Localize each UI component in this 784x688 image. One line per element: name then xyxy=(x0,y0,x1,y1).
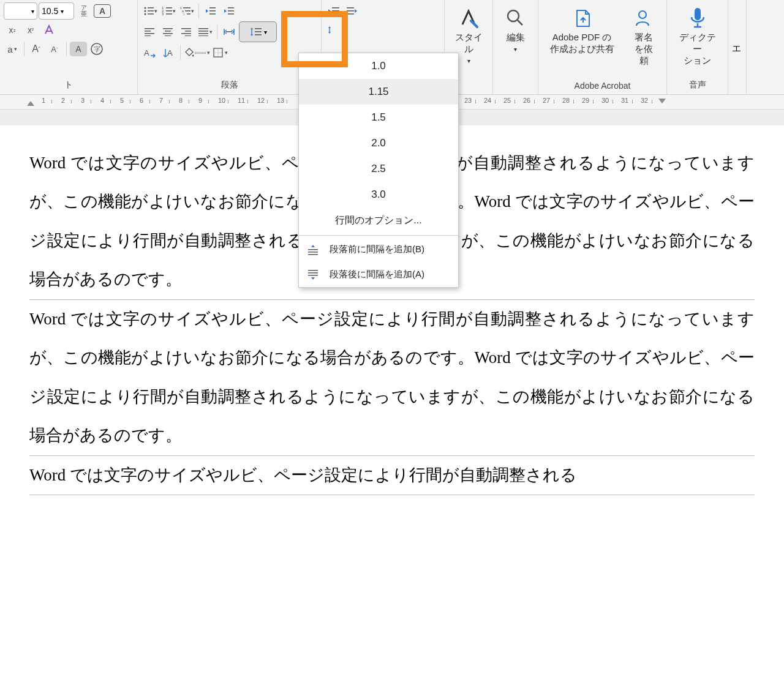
font-size-combo[interactable]: 10.5▾ xyxy=(39,2,74,20)
mic-icon xyxy=(687,6,708,31)
change-case-button[interactable]: a▾ xyxy=(4,40,21,58)
highlight-button[interactable]: A xyxy=(70,42,87,56)
borders-button[interactable]: ▾ xyxy=(211,44,228,61)
svg-rect-3 xyxy=(148,7,154,9)
numbering-icon: 123 xyxy=(162,6,173,16)
character-border-button[interactable]: A xyxy=(94,4,111,18)
voice-group: ディクテー ション 音声 xyxy=(667,0,728,94)
svg-text:A: A xyxy=(167,48,173,58)
inc-indent2-button[interactable] xyxy=(344,2,361,20)
svg-rect-44 xyxy=(255,28,262,29)
svg-point-6 xyxy=(144,13,146,15)
add-space-before-button[interactable]: 段落前に間隔を追加(B) xyxy=(299,237,458,262)
grow-font-button[interactable]: Aˆ xyxy=(28,40,45,58)
svg-rect-15 xyxy=(183,7,190,9)
svg-point-4 xyxy=(144,10,146,12)
justify-icon xyxy=(198,28,209,36)
sort-button[interactable] xyxy=(325,21,342,39)
align-left-button[interactable] xyxy=(141,23,159,40)
svg-text:3: 3 xyxy=(162,12,164,16)
editing-button[interactable]: 編集 ▾ xyxy=(497,5,534,53)
editing-label: 編集 xyxy=(507,32,525,43)
paragraph-3[interactable]: Word では文字のサイズやルビ、ページ設定により行間が自動調整される xyxy=(29,456,755,495)
distribute-button[interactable] xyxy=(221,23,238,40)
font-family-combo[interactable]: ▾ xyxy=(4,2,37,20)
paragraph-2[interactable]: Word では文字のサイズやルビ、ページ設定により行間が自動調整されるようになっ… xyxy=(29,300,755,456)
ltr-button[interactable]: A xyxy=(141,44,159,61)
svg-rect-38 xyxy=(198,28,208,29)
ruler-indent-marker-left[interactable] xyxy=(27,101,34,106)
svg-rect-13 xyxy=(166,13,172,15)
ltr-icon: A xyxy=(144,47,156,58)
search-icon xyxy=(505,8,526,29)
bullets-icon xyxy=(143,6,154,16)
font-group: ▾ 10.5▾ ア亜 A x₂ x² a▾ Aˆ Aˇ A 字 ト xyxy=(0,0,138,94)
svg-rect-31 xyxy=(165,31,171,32)
spacing-options-button[interactable]: 行間のオプション... xyxy=(299,208,458,234)
styles-label: スタイル xyxy=(453,32,484,55)
svg-rect-32 xyxy=(163,33,173,34)
svg-rect-28 xyxy=(145,33,154,34)
text-effects-icon xyxy=(42,23,56,37)
spacing-option-1.15[interactable]: 1.15 xyxy=(299,79,458,105)
line-spacing-button[interactable]: ▾ xyxy=(239,21,277,42)
svg-rect-30 xyxy=(163,28,173,29)
rtl-button[interactable]: A xyxy=(160,44,177,61)
svg-rect-17 xyxy=(185,10,190,12)
subscript-button[interactable]: x₂ xyxy=(4,21,21,39)
shrink-font-button[interactable]: Aˇ xyxy=(46,40,63,58)
shading-button[interactable]: ▾ xyxy=(184,44,210,61)
svg-rect-27 xyxy=(145,31,151,32)
svg-rect-50 xyxy=(332,7,339,9)
acrobat-group: Adobe PDF の 作成および共有 署名 を依頼 Adobe Acrobat xyxy=(538,0,667,94)
create-pdf-button[interactable]: Adobe PDF の 作成および共有 xyxy=(542,5,622,67)
enclose-characters-button[interactable]: 字 xyxy=(88,40,105,58)
align-right-button[interactable] xyxy=(178,23,195,40)
dec-indent2-button[interactable] xyxy=(325,2,342,20)
svg-rect-64 xyxy=(308,272,318,274)
inc-indent-icon xyxy=(224,6,235,16)
styles-icon xyxy=(458,7,480,29)
svg-rect-25 xyxy=(228,13,234,15)
dec-indent-icon xyxy=(205,6,216,16)
svg-point-57 xyxy=(508,10,519,21)
svg-text:i: i xyxy=(184,12,184,16)
pdf-share-icon xyxy=(571,7,593,30)
edge-group: エ xyxy=(728,0,747,94)
svg-rect-9 xyxy=(166,7,172,9)
svg-rect-29 xyxy=(145,36,151,36)
spacing-option-1.5[interactable]: 1.5 xyxy=(299,105,458,130)
numbering-button[interactable]: 123▾ xyxy=(160,2,177,20)
superscript-button[interactable]: x² xyxy=(22,21,39,39)
svg-rect-5 xyxy=(148,10,154,12)
ruler-indent-marker-right[interactable] xyxy=(658,99,666,103)
spacing-option-2.5[interactable]: 2.5 xyxy=(299,156,458,182)
svg-rect-60 xyxy=(308,249,318,250)
multilevel-list-button[interactable]: 1ai▾ xyxy=(178,2,195,20)
svg-rect-41 xyxy=(198,36,208,36)
align-center-button[interactable] xyxy=(160,23,177,40)
spacing-option-3.0[interactable]: 3.0 xyxy=(299,182,458,208)
svg-rect-54 xyxy=(347,10,354,12)
svg-rect-21 xyxy=(209,10,216,12)
spacing-option-1.0[interactable]: 1.0 xyxy=(299,53,458,79)
align-left-icon xyxy=(145,28,156,36)
svg-rect-19 xyxy=(187,13,190,15)
svg-rect-59 xyxy=(695,8,701,20)
svg-rect-62 xyxy=(308,254,318,255)
dictate-button[interactable]: ディクテー ション xyxy=(671,5,724,67)
align-right-icon xyxy=(181,28,192,36)
increase-indent-button[interactable] xyxy=(221,2,238,20)
add-space-after-button[interactable]: 段落後に間隔を追加(A) xyxy=(299,262,458,287)
distribute-icon xyxy=(223,27,235,37)
text-effects-button[interactable] xyxy=(40,21,58,39)
bullets-button[interactable]: ▾ xyxy=(141,2,159,20)
decrease-indent-button[interactable] xyxy=(202,2,219,20)
voice-group-label: 音声 xyxy=(671,77,724,94)
justify-button[interactable]: ▾ xyxy=(197,23,214,40)
spacing-option-2.0[interactable]: 2.0 xyxy=(299,130,458,156)
rtl-icon: A xyxy=(162,47,175,58)
phonetic-guide-button[interactable]: ア亜 xyxy=(75,2,92,20)
svg-text:字: 字 xyxy=(94,45,100,53)
request-signature-button[interactable]: 署名 を依頼 xyxy=(625,5,662,67)
